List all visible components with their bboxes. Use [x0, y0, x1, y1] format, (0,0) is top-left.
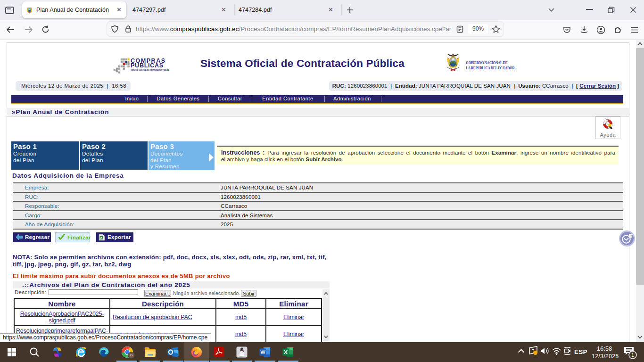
svg-text:G: G — [130, 353, 132, 357]
svg-text:GOBIERNO NACIONAL DE: GOBIERNO NACIONAL DE — [466, 61, 508, 65]
svg-text:1: 1 — [631, 352, 634, 358]
svg-text:LA REPUBLICA DEL ECUADOR: LA REPUBLICA DEL ECUADOR — [466, 66, 515, 70]
svg-text:PÚBLICAS: PÚBLICAS — [131, 62, 164, 69]
svg-text:SERVICIO NACIONAL DE CONTRATAC: SERVICIO NACIONAL DE CONTRATACIÓN PÚBLIC… — [131, 69, 170, 71]
